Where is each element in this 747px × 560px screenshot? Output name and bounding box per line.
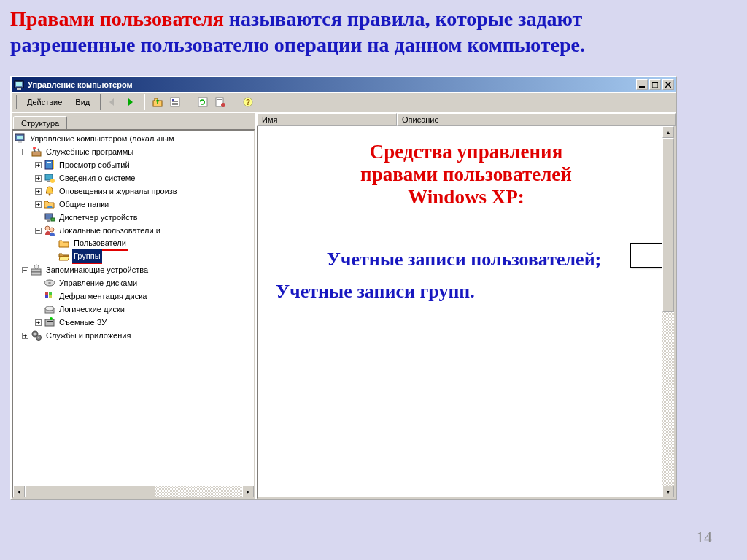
svg-rect-22	[32, 152, 41, 156]
right-pane: Имя Описание Средства управления правами…	[257, 113, 676, 499]
svg-rect-43	[45, 295, 48, 298]
svg-rect-12	[198, 98, 207, 106]
page-header: Правами пользователя называются правила,…	[10, 6, 737, 59]
titlebar[interactable]: Управление компьютером	[12, 77, 676, 92]
svg-rect-2	[17, 88, 21, 90]
column-name[interactable]: Имя	[257, 113, 397, 126]
tree-local-users[interactable]: − Локальные пользователи и	[15, 224, 252, 237]
tree-root[interactable]: Управление компьютером (локальным	[15, 132, 252, 145]
defrag-icon	[44, 290, 55, 302]
tree-storage[interactable]: − Запоминающие устройства	[15, 263, 252, 276]
tree-alerts[interactable]: + Оповещения и журналы произв	[15, 184, 252, 198]
svg-point-51	[34, 333, 36, 335]
page-number: 14	[696, 528, 712, 547]
up-folder-button[interactable]	[150, 94, 166, 110]
device-icon	[44, 211, 55, 223]
scroll-right-button[interactable]: ▸	[242, 486, 254, 497]
book-icon	[44, 159, 55, 171]
back-button[interactable]	[106, 94, 122, 110]
expander-plus-icon[interactable]: +	[35, 175, 42, 182]
tree-groups[interactable]: Группы	[15, 250, 252, 263]
expander-minus-icon[interactable]: −	[35, 228, 42, 234]
svg-point-40	[48, 282, 51, 284]
vertical-scrollbar[interactable]: ▴ ▾	[662, 126, 674, 497]
tree[interactable]: Управление компьютером (локальным − Служ…	[13, 131, 254, 343]
svg-rect-26	[53, 160, 54, 169]
scroll-thumb[interactable]	[25, 486, 155, 497]
expander-plus-icon[interactable]: +	[35, 162, 42, 168]
expander-plus-icon[interactable]: +	[35, 201, 42, 208]
svg-rect-47	[45, 319, 54, 326]
svg-rect-3	[639, 86, 645, 88]
scroll-thumb[interactable]	[662, 138, 674, 312]
tree-device-manager[interactable]: Диспетчер устройств	[15, 211, 252, 224]
expander-plus-icon[interactable]: +	[22, 332, 28, 339]
maximize-button[interactable]	[649, 79, 661, 90]
logical-disk-icon	[44, 303, 55, 315]
tree-event-viewer[interactable]: + Просмотр событий	[15, 158, 252, 171]
scroll-up-button[interactable]: ▴	[662, 126, 674, 138]
svg-rect-41	[45, 292, 48, 295]
expander-minus-icon[interactable]: −	[22, 149, 28, 155]
svg-point-23	[33, 147, 36, 149]
scroll-down-button[interactable]: ▾	[662, 486, 674, 497]
folder-open-icon	[58, 251, 70, 262]
tree-removable[interactable]: + Съемные ЗУ	[15, 316, 252, 329]
svg-rect-33	[51, 218, 55, 221]
header-rest1: называются правила, которые задают	[224, 7, 583, 30]
tree-logical-disks[interactable]: Логические диски	[15, 303, 252, 316]
svg-rect-14	[217, 99, 222, 100]
disk-icon	[44, 277, 55, 289]
overlay-item2: Учетные записи групп.	[276, 281, 674, 303]
tree-users[interactable]: Пользователи	[15, 237, 252, 250]
tree-system-info[interactable]: + Сведения о системе	[15, 171, 252, 184]
toolbar-grip	[15, 95, 17, 109]
computer-icon	[15, 133, 26, 144]
column-description[interactable]: Описание	[397, 113, 676, 126]
tree-shared-folders[interactable]: + Общие папки	[15, 198, 252, 211]
svg-point-34	[45, 226, 50, 230]
tree-disk-mgmt[interactable]: Управление дисками	[15, 276, 252, 289]
help-button[interactable]: ?	[240, 94, 256, 110]
scroll-left-button[interactable]: ◂	[13, 486, 25, 497]
export-list-button[interactable]	[212, 94, 228, 110]
svg-rect-10	[172, 103, 178, 104]
svg-rect-11	[172, 104, 178, 105]
header-line2: разрешенные пользователю операции на дан…	[10, 34, 585, 56]
svg-point-29	[50, 179, 55, 183]
svg-rect-42	[49, 292, 52, 295]
svg-point-35	[50, 228, 54, 232]
svg-point-16	[221, 103, 225, 107]
svg-text:?: ?	[246, 98, 250, 106]
menu-action[interactable]: Действие	[21, 96, 68, 108]
tab-structure[interactable]: Структура	[13, 116, 67, 130]
expander-plus-icon[interactable]: +	[35, 188, 42, 195]
svg-rect-20	[17, 136, 23, 139]
tree-defrag[interactable]: Дефрагментация диска	[15, 289, 252, 303]
expander-plus-icon[interactable]: +	[35, 319, 42, 326]
svg-rect-8	[172, 99, 174, 101]
forward-button[interactable]	[123, 94, 139, 110]
menu-view[interactable]: Вид	[69, 96, 96, 108]
overlay-heading: Средства управления правами пользователе…	[258, 141, 674, 209]
tree-system-tools[interactable]: − Служебные программы	[15, 145, 252, 158]
window-title: Управление компьютером	[28, 80, 636, 89]
svg-rect-28	[47, 181, 50, 182]
system-icon	[13, 79, 25, 90]
horizontal-scrollbar[interactable]: ◂ ▸	[13, 486, 254, 497]
svg-rect-1	[16, 82, 22, 86]
tree-container: Управление компьютером (локальным − Служ…	[12, 129, 255, 499]
overlay-item1: Учетные записи пользователей;	[257, 249, 674, 271]
minimize-button[interactable]	[636, 79, 648, 90]
close-button[interactable]	[662, 79, 674, 90]
refresh-button[interactable]	[195, 94, 211, 110]
svg-rect-48	[47, 321, 53, 322]
main-window: Управление компьютером Действие Вид ? Ст…	[10, 76, 677, 500]
svg-rect-44	[49, 295, 52, 298]
svg-rect-5	[652, 82, 658, 83]
properties-button[interactable]	[167, 94, 183, 110]
tree-services[interactable]: + Службы и приложения	[15, 329, 252, 342]
expander-minus-icon[interactable]: −	[22, 267, 28, 273]
tools-icon	[31, 146, 42, 158]
svg-rect-37	[31, 272, 41, 275]
